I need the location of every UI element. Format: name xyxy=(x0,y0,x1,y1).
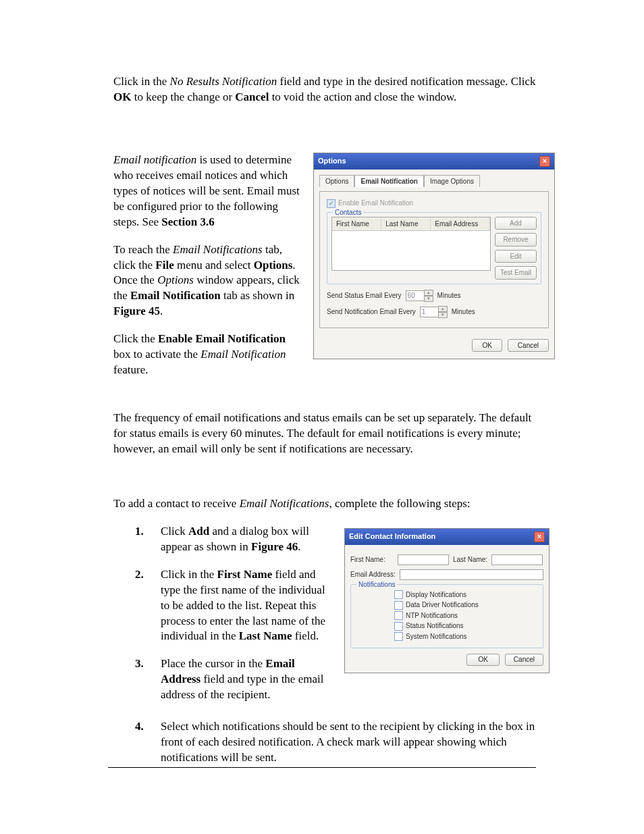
text: Select which notifications should be sen… xyxy=(161,720,535,764)
checkbox-label: Enable Email Notification xyxy=(338,199,413,208)
paragraph: To add a contact to receive Email Notifi… xyxy=(113,496,536,512)
last-name-input[interactable] xyxy=(491,554,543,565)
spinner-down-icon[interactable]: ▼ xyxy=(424,296,433,302)
text: Click xyxy=(161,525,188,538)
text-italic: Options xyxy=(157,273,194,286)
text: Click the xyxy=(113,332,158,345)
first-name-input[interactable] xyxy=(398,554,449,565)
text: field. xyxy=(292,629,319,642)
tab-strip: Options Email Notification Image Options xyxy=(319,175,549,188)
notification-freq-label: Send Notification Email Every xyxy=(327,307,416,317)
tab-options[interactable]: Options xyxy=(319,175,354,188)
minutes-label: Minutes xyxy=(437,291,461,301)
window-title: Options xyxy=(318,156,346,166)
ok-button[interactable]: OK xyxy=(472,339,502,353)
ntp-notifications-checkbox[interactable] xyxy=(394,611,403,620)
step-3: Place the cursor in the Email Address fi… xyxy=(154,656,328,703)
window-title: Edit Contact Information xyxy=(349,531,435,542)
text-bold: Cancel xyxy=(235,90,269,103)
text-italic: Email Notifications xyxy=(173,243,263,256)
text-bold: Add xyxy=(188,525,209,538)
tab-image-options[interactable]: Image Options xyxy=(424,175,480,188)
paragraph: Click the Enable Email Notification box … xyxy=(113,332,300,378)
tab-email-notification[interactable]: Email Notification xyxy=(354,175,423,188)
cancel-button[interactable]: Cancel xyxy=(508,339,549,353)
titlebar: Edit Contact Information × xyxy=(345,529,549,545)
fieldset-legend: Notifications xyxy=(356,580,397,590)
contacts-list[interactable]: First Name Last Name Email Address xyxy=(331,217,491,271)
checkbox-label: Data Driver Notifications xyxy=(406,600,479,610)
edit-contact-dialog: Edit Contact Information × First Name: L… xyxy=(344,528,549,673)
text: tab as shown in xyxy=(221,289,295,302)
text: . xyxy=(160,305,163,317)
email-input[interactable] xyxy=(400,569,543,580)
text: . xyxy=(298,540,300,553)
text: menu and select xyxy=(174,259,254,271)
close-icon[interactable]: × xyxy=(534,531,545,542)
document-page: Click in the No Results Notification fie… xyxy=(0,0,644,834)
text: to void the action and close the window. xyxy=(269,90,456,103)
text: To add a contact to receive xyxy=(113,497,240,510)
first-name-label: First Name: xyxy=(350,555,394,565)
step-1: Click Add and a dialog box will appear a… xyxy=(154,524,328,555)
checkbox-label: Display Notifications xyxy=(406,590,466,600)
checkbox-label: System Notifications xyxy=(406,632,467,642)
checkbox-label: NTP Notifications xyxy=(406,611,458,621)
spinner-up-icon[interactable]: ▲ xyxy=(424,290,433,296)
column-first-name[interactable]: First Name xyxy=(332,217,381,231)
fieldset-legend: Contacts xyxy=(333,208,363,217)
cancel-button[interactable]: Cancel xyxy=(505,654,543,666)
email-label: Email Address: xyxy=(350,570,396,579)
column-last-name[interactable]: Last Name xyxy=(381,217,431,231)
text-bold: File xyxy=(155,259,173,271)
paragraph: To reach the Email Notifications tab, cl… xyxy=(113,242,300,320)
text: box to activate the xyxy=(113,348,200,361)
status-freq-label: Send Status Email Every xyxy=(327,291,402,301)
contacts-fieldset: Contacts First Name Last Name Email Addr… xyxy=(327,212,541,284)
last-name-label: Last Name: xyxy=(453,555,487,565)
data-driver-notifications-checkbox[interactable] xyxy=(394,601,403,610)
text-bold: Section 3.6 xyxy=(161,215,214,228)
footer-rule xyxy=(108,767,536,768)
text-bold: Enable Email Notification xyxy=(158,332,286,345)
step-4: Select which notifications should be sen… xyxy=(154,719,536,766)
text: to keep the change or xyxy=(131,90,235,103)
notification-minutes-input[interactable] xyxy=(420,307,439,317)
text: To reach the xyxy=(113,243,173,256)
ok-button[interactable]: OK xyxy=(466,654,499,666)
tab-panel: ✓ Enable Email Notification Contacts Fir… xyxy=(319,191,549,328)
paragraph: Click in the No Results Notification fie… xyxy=(113,74,536,105)
display-notifications-checkbox[interactable] xyxy=(394,590,403,599)
status-minutes-input[interactable] xyxy=(406,290,425,301)
test-email-button[interactable]: Test Email xyxy=(495,266,537,280)
minutes-label: Minutes xyxy=(452,307,475,317)
text-bold: Figure 46 xyxy=(251,540,298,553)
spinner-down-icon[interactable]: ▼ xyxy=(438,312,448,318)
text-bold: OK xyxy=(113,90,131,103)
paragraph: Email notification is used to determine … xyxy=(113,153,300,230)
notifications-fieldset: Notifications Display Notifications Data… xyxy=(350,584,543,649)
text-italic: Email Notifications xyxy=(240,497,329,510)
edit-button[interactable]: Edit xyxy=(495,250,537,263)
text-bold: Last Name xyxy=(239,629,292,642)
status-notifications-checkbox[interactable] xyxy=(394,622,403,631)
text-italic: No Results Notification xyxy=(170,75,277,88)
text-bold: Options xyxy=(254,259,293,271)
spinner-up-icon[interactable]: ▲ xyxy=(438,306,448,312)
checkbox-label: Status Notifications xyxy=(406,621,464,631)
remove-button[interactable]: Remove xyxy=(495,233,537,246)
enable-email-checkbox[interactable]: ✓ xyxy=(327,199,336,208)
column-email[interactable]: Email Address xyxy=(431,217,490,231)
text-bold: First Name xyxy=(217,568,273,581)
text: feature. xyxy=(113,363,148,376)
text-italic: Email notification xyxy=(113,153,196,166)
paragraph: The frequency of email notifications and… xyxy=(113,411,536,457)
text: Click in the xyxy=(161,568,217,581)
titlebar: Options × xyxy=(314,153,554,170)
text: , complete the following steps: xyxy=(329,497,470,510)
close-icon[interactable]: × xyxy=(539,156,550,167)
add-button[interactable]: Add xyxy=(495,217,537,230)
options-dialog: Options × Options Email Notification Ima… xyxy=(313,153,555,360)
system-notifications-checkbox[interactable] xyxy=(394,632,403,641)
text: Place the cursor in the xyxy=(161,657,265,670)
